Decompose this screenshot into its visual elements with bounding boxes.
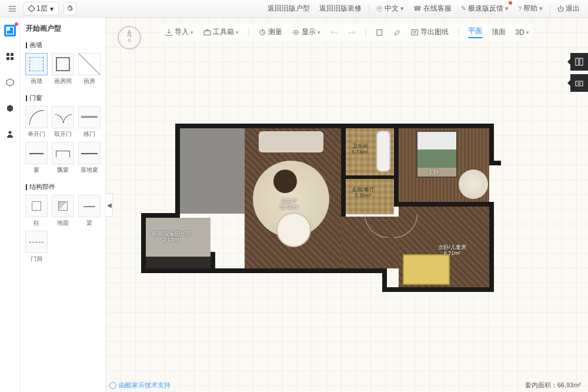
- tool-draw-room2[interactable]: 画房: [76, 52, 102, 87]
- help-icon: ?: [518, 5, 522, 12]
- tool-column[interactable]: 柱: [24, 194, 49, 228]
- tool-draw-wall[interactable]: 画墙: [24, 52, 49, 87]
- split-view-button[interactable]: [570, 53, 588, 71]
- topbar: 1层 ▾ 返回旧版户型 返回旧版装修 ㊥中文▾ ☎在线客服 ✎极速版反馈▾ ?帮…: [0, 0, 588, 18]
- canvas-area[interactable]: ◀ N S 导入▾ 工具箱▾ 测量 显示▾ 导出图纸 平面 顶面 3D▾: [106, 18, 588, 392]
- svg-point-9: [295, 31, 297, 33]
- exit-button[interactable]: ⏻退出: [555, 2, 582, 15]
- second-bed: [403, 254, 450, 285]
- rail-person[interactable]: [4, 128, 16, 140]
- room-hall[interactable]: [346, 179, 394, 214]
- tool-beam[interactable]: 梁: [76, 194, 102, 228]
- sidebar-collapse-button[interactable]: ◀: [106, 193, 113, 217]
- component-sidebar: 开始画户型 画墙 画墙 画房间 画房 门窗 单开门 双开门 移门 窗 飘窗 落地…: [20, 18, 106, 392]
- floor-select[interactable]: 1层 ▾: [24, 2, 59, 15]
- svg-rect-1: [6, 27, 10, 31]
- svg-rect-12: [576, 58, 579, 65]
- tab-3d[interactable]: 3D▾: [515, 28, 529, 36]
- tab-ceiling[interactable]: 顶面: [492, 27, 506, 37]
- svg-rect-3: [11, 53, 14, 56]
- svg-rect-4: [6, 57, 9, 60]
- sidebar-title: 开始画户型: [20, 18, 105, 37]
- old-layout-link[interactable]: 返回旧版户型: [265, 2, 312, 15]
- sofa: [259, 131, 323, 152]
- section-doorwin-label: 门窗: [20, 90, 105, 105]
- notification-dot: [15, 22, 18, 26]
- clipboard-button[interactable]: [375, 28, 383, 36]
- svg-rect-11: [412, 29, 418, 35]
- power-icon: ⏻: [557, 5, 564, 12]
- menu-button[interactable]: [6, 4, 19, 14]
- svg-rect-10: [377, 29, 382, 35]
- coffee-table: [273, 170, 297, 193]
- section-struct-label: 结构部件: [20, 179, 105, 194]
- rail-layout[interactable]: [4, 25, 16, 36]
- floor-label: 1层: [36, 4, 48, 14]
- master-bed: [416, 131, 457, 178]
- floorplan[interactable]: 客客厅33.56m² 厨房/设备阳台区2.13m² 卫生间5.73m² 走廊/餐…: [141, 105, 494, 290]
- tab-plan[interactable]: 平面: [468, 26, 482, 38]
- chevron-down-icon: ▾: [50, 5, 54, 13]
- old-decor-link[interactable]: 返回旧版装修: [317, 2, 364, 15]
- svg-rect-14: [576, 81, 583, 86]
- note-icon: ✎: [461, 5, 466, 12]
- eraser-button[interactable]: [393, 28, 401, 36]
- display-button[interactable]: 显示▾: [292, 27, 320, 37]
- export-button[interactable]: 导出图纸: [410, 27, 449, 37]
- rail-grid[interactable]: [4, 51, 16, 62]
- tool-sliding-door[interactable]: 移门: [76, 105, 102, 139]
- footer-area: 套内面积：66.93m²: [525, 381, 581, 390]
- floor-icon: [28, 5, 35, 12]
- logo-icon: [109, 382, 116, 389]
- compass[interactable]: N S: [118, 26, 141, 49]
- kitchen-counter: [146, 257, 211, 268]
- tool-single-door[interactable]: 单开门: [24, 105, 49, 139]
- notification-dot: [509, 1, 512, 5]
- camera-button[interactable]: [570, 74, 588, 92]
- globe-icon: ㊥: [376, 4, 383, 13]
- right-float-tools: [570, 53, 588, 92]
- help-link[interactable]: ?帮助▾: [516, 2, 545, 15]
- dining-table: [278, 214, 310, 246]
- tool-floor[interactable]: 地面: [50, 194, 75, 228]
- tool-opening[interactable]: 门洞: [24, 230, 49, 264]
- left-rail: [0, 18, 20, 392]
- svg-rect-2: [6, 53, 9, 56]
- online-service-link[interactable]: ☎在线客服: [411, 2, 454, 15]
- tool-window[interactable]: 窗: [24, 141, 49, 175]
- svg-point-6: [8, 131, 11, 134]
- language-select[interactable]: ㊥中文▾: [374, 2, 406, 15]
- tool-draw-room[interactable]: 画房间: [50, 52, 75, 87]
- footer-credit[interactable]: 由酷家乐技术支持: [109, 381, 171, 390]
- tool-bay-window[interactable]: 飘窗: [50, 141, 75, 175]
- svg-rect-5: [11, 57, 14, 60]
- measure-button[interactable]: 测量: [258, 27, 282, 37]
- redo-button[interactable]: [348, 28, 356, 36]
- feedback-link[interactable]: ✎极速版反馈▾: [459, 2, 511, 15]
- headset-icon: ☎: [413, 5, 422, 12]
- room-storage[interactable]: [180, 128, 245, 214]
- section-walls-label: 画墙: [20, 37, 105, 52]
- svg-point-15: [578, 82, 580, 85]
- toolbox-button[interactable]: 工具箱▾: [203, 27, 239, 37]
- floor-settings-button[interactable]: [64, 2, 76, 15]
- import-button[interactable]: 导入▾: [165, 27, 193, 37]
- tool-double-door[interactable]: 双开门: [50, 105, 75, 139]
- master-rug: [459, 170, 488, 199]
- bathtub: [376, 131, 390, 172]
- svg-rect-13: [580, 58, 583, 65]
- canvas-toolbar: 导入▾ 工具箱▾ 测量 显示▾ 导出图纸 平面 顶面 3D▾: [160, 24, 533, 41]
- rail-hex[interactable]: [4, 102, 16, 114]
- svg-rect-7: [204, 31, 211, 35]
- rail-cube[interactable]: [4, 77, 16, 88]
- tool-floor-window[interactable]: 落地窗: [76, 141, 102, 175]
- undo-button[interactable]: [330, 28, 338, 36]
